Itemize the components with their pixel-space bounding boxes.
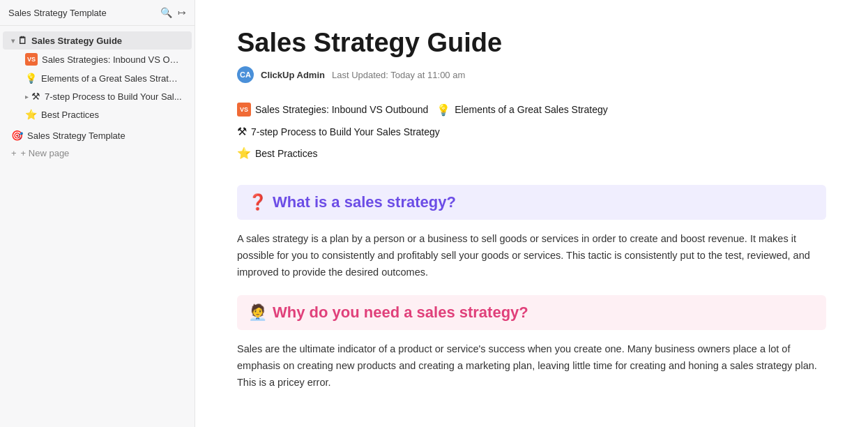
chevron-down-icon: ▾ [11,37,15,45]
link-icon-elements: 💡 [436,103,450,117]
sidebar-item-elements[interactable]: 💡 Elements of a Great Sales Strate... [3,69,192,87]
sidebar: Sales Strategy Template 🔍 ↦ ▾ 🗒 Sales St… [0,0,195,427]
sidebar-header-icons: 🔍 ↦ [160,7,186,18]
main-content: Sales Strategy Guide CA ClickUp Admin La… [195,0,868,427]
section-what-is-body: A sales strategy is a plan by a person o… [237,231,826,281]
doc-link-inbound[interactable]: VS Sales Strategies: Inbound VS Outbound [237,103,428,117]
section-why-need-body: Sales are the ultimate indicator of a pr… [237,341,826,391]
meta-updated: Last Updated: Today at 11:00 am [332,70,465,80]
section-what-is-title: What is a sales strategy? [273,193,456,211]
doc-link-7step[interactable]: ⚒ 7-step Process to Build Your Sales Str… [237,125,826,138]
nav-icon-best-practices: ⭐ [25,109,37,120]
doc-link-elements[interactable]: 💡 Elements of a Great Sales Strategy [436,103,607,117]
doc-link-label-inbound: Sales Strategies: Inbound VS Outbound [255,104,428,115]
section-what-is-heading-box: ❓ What is a sales strategy? [237,185,826,220]
export-icon[interactable]: ↦ [178,7,186,18]
sidebar-header: Sales Strategy Template 🔍 ↦ [0,0,195,26]
nav-icon-template: 🎯 [11,130,23,141]
doc-link-best-practices[interactable]: ⭐ Best Practices [237,147,317,160]
doc-link-label-7step: 7-step Process to Build Your Sales Strat… [251,126,440,137]
link-icon-inbound: VS [237,103,251,117]
nav-icon-7step: ⚒ [31,91,40,102]
section-what-is-icon: ❓ [248,193,267,211]
nav-icon-inbound: VS [25,53,38,66]
sidebar-item-best-practices[interactable]: ⭐ Best Practices [3,105,192,123]
page-title: Sales Strategy Guide [237,28,826,58]
chevron-right-icon: ▸ [25,93,29,100]
sidebar-nav: ▾ 🗒 Sales Strategy Guide VS Sales Strate… [0,26,195,427]
doc-link-label-elements: Elements of a Great Sales Strategy [455,104,607,115]
nav-label-7step: 7-step Process to Build Your Sal... [45,91,182,102]
link-icon-best-practices: ⭐ [237,147,251,160]
section-what-is-heading: ❓ What is a sales strategy? [248,193,815,211]
plus-icon: + [11,148,17,158]
nav-label-guide: Sales Strategy Guide [31,36,122,46]
new-page-label: + New page [21,148,70,158]
sidebar-item-7step[interactable]: ▸ ⚒ 7-step Process to Build Your Sal... [3,87,192,105]
meta-author: ClickUp Admin [261,70,325,80]
nav-label-template: Sales Strategy Template [27,130,125,141]
section-why-need-heading-box: 🧑‍💼 Why do you need a sales strategy? [237,295,826,330]
nav-label-best-practices: Best Practices [41,110,99,120]
sidebar-title: Sales Strategy Template [8,8,107,18]
avatar: CA [237,66,254,83]
nav-label-inbound: Sales Strategies: Inbound VS Ou... [42,54,181,65]
links-row: VS Sales Strategies: Inbound VS Outbound… [237,103,826,160]
doc-link-label-best-practices: Best Practices [255,148,317,159]
section-why-need-heading: 🧑‍💼 Why do you need a sales strategy? [248,304,815,322]
section-why-need-title: Why do you need a sales strategy? [273,304,528,322]
new-page-button[interactable]: + + New page [3,144,192,162]
section-why-need-icon: 🧑‍💼 [248,304,267,322]
meta-row: CA ClickUp Admin Last Updated: Today at … [237,66,826,83]
sidebar-item-template[interactable]: 🎯 Sales Strategy Template [3,126,192,144]
nav-icon-guide: 🗒 [17,35,27,46]
search-icon[interactable]: 🔍 [160,7,172,18]
sidebar-item-sales-strategy-guide[interactable]: ▾ 🗒 Sales Strategy Guide [3,31,192,50]
link-icon-7step: ⚒ [237,125,247,138]
sidebar-item-inbound-outbound[interactable]: VS Sales Strategies: Inbound VS Ou... [3,50,192,69]
nav-label-elements: Elements of a Great Sales Strate... [41,73,181,84]
nav-icon-elements: 💡 [25,73,37,84]
